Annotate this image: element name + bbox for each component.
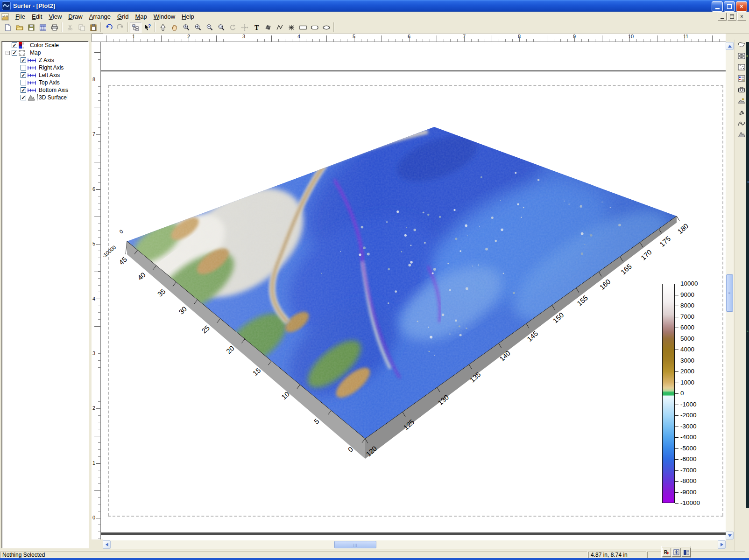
- polygon-tool[interactable]: [262, 22, 274, 33]
- vector-map-button[interactable]: [737, 108, 746, 116]
- zoom-rectangle-tool[interactable]: [215, 22, 227, 33]
- tree-checkbox[interactable]: ✓: [21, 87, 26, 93]
- tree-item-map[interactable]: −✓Map: [2, 49, 88, 56]
- redo-button[interactable]: [114, 22, 126, 33]
- print-button[interactable]: [49, 22, 60, 33]
- tree-item-bottom-axis[interactable]: ✓Bottom Axis: [2, 86, 88, 94]
- tree-item-label[interactable]: Color Scale: [29, 42, 60, 49]
- axis-tick-label: 170: [639, 248, 653, 261]
- axis-tick: [677, 216, 679, 221]
- tree-item-left-axis[interactable]: ✓Left Axis: [2, 71, 88, 79]
- rotate-tool[interactable]: [227, 22, 239, 33]
- v-ruler-number: 2: [92, 405, 95, 411]
- tree-item-label[interactable]: Z Axis: [38, 57, 55, 63]
- restore-button[interactable]: [724, 1, 735, 12]
- tree-item-label[interactable]: Top Axis: [38, 79, 61, 86]
- tree-item-top-axis[interactable]: Top Axis: [2, 79, 88, 86]
- tree-item-z-axis[interactable]: ✓Z Axis: [2, 56, 88, 64]
- surfer-app-icon[interactable]: [2, 1, 11, 10]
- worksheet-button[interactable]: [37, 22, 49, 33]
- zoom-out-tool[interactable]: [204, 22, 215, 33]
- tree-item-label[interactable]: Bottom Axis: [38, 87, 69, 93]
- menu-help[interactable]: Help: [178, 12, 198, 21]
- plot-canvas[interactable]: 1201251301351401451501551601651701751800…: [101, 42, 726, 540]
- menu-file[interactable]: File: [12, 12, 28, 21]
- vertical-scrollbar[interactable]: ≡: [726, 42, 734, 539]
- undo-button[interactable]: [103, 22, 114, 33]
- menu-view[interactable]: View: [45, 12, 65, 21]
- contour-map-button[interactable]: [737, 52, 746, 60]
- tree-checkbox[interactable]: ✓: [21, 95, 26, 100]
- new-button[interactable]: [2, 22, 14, 33]
- shaded-relief-map-button[interactable]: [737, 97, 746, 105]
- horizontal-scrollbar[interactable]: |||: [103, 540, 726, 549]
- tree-expander[interactable]: −: [6, 51, 10, 55]
- classed-post-map-button[interactable]: [737, 74, 746, 83]
- scroll-left-button[interactable]: [103, 540, 111, 549]
- paste-button[interactable]: [87, 22, 99, 33]
- cut-button[interactable]: [64, 22, 76, 33]
- post-map-button[interactable]: [737, 63, 746, 71]
- copy-button[interactable]: [76, 22, 87, 33]
- tree-item-color-scale[interactable]: ✓Color Scale: [2, 42, 88, 49]
- tree-item-3d-surface[interactable]: ✓3D Surface: [2, 94, 88, 101]
- axis-tick-label: 35: [156, 287, 167, 298]
- zoom-in-tool[interactable]: [192, 22, 204, 33]
- mdi-close-button[interactable]: ×: [737, 13, 746, 21]
- scroll-down-button[interactable]: [726, 532, 734, 539]
- symbol-tool[interactable]: [285, 22, 297, 33]
- free-pan-tool[interactable]: [239, 22, 250, 33]
- tree-item-label[interactable]: Right Axis: [38, 64, 64, 71]
- 3d-surface-map[interactable]: 1201251301351401451501551601651701751800…: [101, 42, 726, 540]
- close-button[interactable]: ×: [736, 1, 747, 12]
- colorbar-tick: [675, 503, 678, 504]
- ime-word-register-button[interactable]: [672, 548, 681, 557]
- menu-window[interactable]: Window: [150, 12, 178, 21]
- pan-tool[interactable]: [169, 22, 180, 33]
- menu-edit[interactable]: Edit: [28, 12, 45, 21]
- scroll-up-button[interactable]: [726, 42, 734, 50]
- tree-checkbox[interactable]: ✓: [21, 72, 26, 78]
- open-button[interactable]: [14, 22, 25, 33]
- 3d-surface-button[interactable]: [737, 130, 746, 139]
- text-tool[interactable]: T: [250, 22, 262, 33]
- polyline-tool[interactable]: [274, 22, 285, 33]
- tree-checkbox[interactable]: ✓: [21, 57, 26, 63]
- tree-checkbox[interactable]: ✓: [12, 42, 17, 48]
- vertical-scroll-thumb[interactable]: ≡: [726, 274, 733, 312]
- ime-pad-button[interactable]: [682, 548, 691, 557]
- tree-item-right-axis[interactable]: Right Axis: [2, 64, 88, 71]
- wireframe-button[interactable]: [737, 119, 746, 127]
- menu-map[interactable]: Map: [132, 12, 150, 21]
- tree-checkbox[interactable]: [21, 80, 26, 85]
- ime-input-mode-button[interactable]: R: [662, 548, 671, 557]
- select-tool[interactable]: [157, 22, 169, 33]
- base-map-button[interactable]: [737, 41, 746, 49]
- rounded-rectangle-tool[interactable]: [309, 22, 320, 33]
- object-manager-toggle[interactable]: [130, 22, 141, 33]
- mdi-restore-button[interactable]: [728, 13, 736, 21]
- tree-checkbox[interactable]: ✓: [12, 50, 17, 56]
- horizontal-scroll-thumb[interactable]: |||: [334, 541, 376, 548]
- scroll-right-button[interactable]: [718, 540, 726, 549]
- minimize-button[interactable]: [712, 1, 723, 12]
- help-mode-button[interactable]: ?: [141, 22, 153, 33]
- object-manager-tree[interactable]: ✓Color Scale−✓Map✓Z AxisRight Axis✓Left …: [1, 41, 89, 548]
- v-ruler-number: 3: [92, 350, 95, 356]
- tree-item-label[interactable]: 3D Surface: [38, 94, 68, 101]
- color-scale-bar[interactable]: [662, 284, 675, 503]
- save-button[interactable]: [25, 22, 37, 33]
- menu-grid[interactable]: Grid: [114, 12, 132, 21]
- plot-document-icon[interactable]: [1, 13, 9, 21]
- tree-item-label[interactable]: Map: [29, 49, 42, 56]
- h-ruler-number: 7: [463, 34, 466, 39]
- rectangle-tool[interactable]: [297, 22, 309, 33]
- menu-arrange[interactable]: Arrange: [86, 12, 114, 21]
- tree-checkbox[interactable]: [21, 65, 26, 70]
- tree-item-label[interactable]: Left Axis: [38, 72, 61, 78]
- ellipse-tool[interactable]: [320, 22, 332, 33]
- zoom-realtime-tool[interactable]: [180, 22, 192, 33]
- mdi-minimize-button[interactable]: [718, 13, 727, 21]
- image-map-button[interactable]: [737, 85, 746, 94]
- menu-draw[interactable]: Draw: [65, 12, 85, 21]
